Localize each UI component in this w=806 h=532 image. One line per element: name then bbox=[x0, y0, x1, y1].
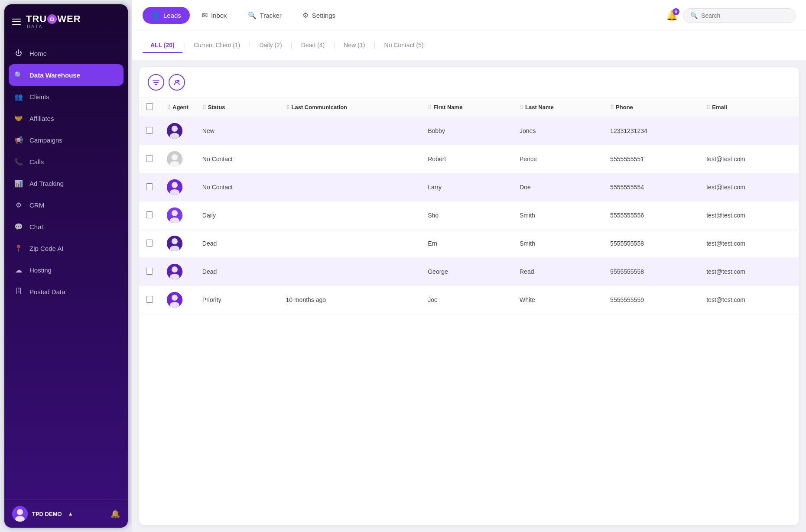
sidebar-item-home[interactable]: ⏻ Home bbox=[4, 42, 128, 64]
sidebar-item-label-zip-code-ai: Zip Code AI bbox=[29, 245, 63, 252]
last-name-cell: Pence bbox=[513, 145, 603, 173]
notification-badge: 0 bbox=[673, 8, 679, 15]
header-email-col: ⠿Email bbox=[699, 98, 799, 117]
row-checkbox[interactable] bbox=[146, 127, 153, 134]
header-last-name-col: ⠿Last Name bbox=[513, 98, 603, 117]
sidebar-item-crm[interactable]: ⚙ CRM bbox=[4, 194, 128, 216]
sidebar-nav: ⏻ Home 🔍 Data Warehouse 👥 Clients 🤝 Affi… bbox=[4, 37, 128, 500]
svg-point-14 bbox=[172, 210, 178, 216]
sidebar-item-affiliates[interactable]: 🤝 Affiliates bbox=[4, 107, 128, 129]
agent-cell bbox=[160, 145, 195, 173]
nav-icon-crm: ⚙ bbox=[14, 200, 23, 210]
first-name-cell: Robert bbox=[421, 145, 513, 173]
sidebar-item-posted-data[interactable]: 🗄 Posted Data bbox=[4, 281, 128, 302]
table-row[interactable]: No Contact Robert Pence 5555555551 test@… bbox=[139, 145, 799, 173]
leads-table: ⠿Agent ⠿Status ⠿Last Communication ⠿Firs… bbox=[139, 98, 799, 314]
grip-icon: ⠿ bbox=[202, 104, 205, 110]
filter-separator: | bbox=[373, 42, 376, 49]
row-checkbox-cell bbox=[139, 230, 160, 258]
sidebar-item-hosting[interactable]: ☁ Hosting bbox=[4, 259, 128, 281]
sidebar-item-label-chat: Chat bbox=[29, 223, 43, 230]
row-checkbox-cell bbox=[139, 117, 160, 145]
filter-tab-daily[interactable]: Daily (2) bbox=[251, 38, 289, 53]
filter-tab-dead[interactable]: Dead (4) bbox=[293, 38, 332, 53]
filter-tab-all[interactable]: ALL (20) bbox=[143, 38, 182, 53]
table-row[interactable]: Priority 10 months ago Joe White 5555555… bbox=[139, 286, 799, 314]
tab-icon-leads: 👤 bbox=[151, 11, 160, 19]
status-cell: Daily bbox=[195, 201, 279, 230]
col-phone-label: Phone bbox=[616, 104, 633, 110]
svg-point-11 bbox=[172, 182, 178, 188]
col-last-comm-label: Last Communication bbox=[292, 104, 348, 110]
sidebar-item-campaigns[interactable]: 📢 Campaigns bbox=[4, 129, 128, 151]
filter-tab-current-client[interactable]: Current Client (1) bbox=[186, 38, 248, 53]
row-checkbox-cell bbox=[139, 286, 160, 314]
first-name-cell: Ern bbox=[421, 230, 513, 258]
sidebar-item-data-warehouse[interactable]: 🔍 Data Warehouse bbox=[9, 64, 124, 86]
sidebar-item-label-clients: Clients bbox=[29, 93, 49, 101]
sidebar-item-clients[interactable]: 👥 Clients bbox=[4, 86, 128, 107]
agent-cell bbox=[160, 173, 195, 201]
table-row[interactable]: Dead George Read 5555555558 test@test.co… bbox=[139, 258, 799, 286]
table-body: New Bobby Jones 12331231234 No Contact R… bbox=[139, 117, 799, 314]
nav-icon-zip-code-ai: 📍 bbox=[14, 243, 23, 253]
sidebar-header: TRU ⏻ WER DATA bbox=[4, 4, 128, 37]
nav-tab-leads[interactable]: 👤Leads bbox=[143, 7, 190, 24]
nav-tab-tracker[interactable]: 🔍Tracker bbox=[239, 7, 290, 24]
table-row[interactable]: Daily Sho Smith 5555555556 test@test.com bbox=[139, 201, 799, 230]
table-toolbar bbox=[139, 67, 799, 98]
filter-tab-no-contact[interactable]: No Contact (5) bbox=[377, 38, 432, 53]
row-checkbox[interactable] bbox=[146, 296, 153, 303]
select-all-checkbox[interactable] bbox=[146, 103, 153, 110]
sidebar-item-chat[interactable]: 💬 Chat bbox=[4, 216, 128, 237]
user-info[interactable]: TPD DEMO ▲ bbox=[12, 506, 73, 522]
sidebar-item-label-hosting: Hosting bbox=[29, 266, 52, 274]
notification-button[interactable]: 🔔 0 bbox=[666, 10, 678, 21]
email-cell: test@test.com bbox=[699, 230, 799, 258]
nav-icon-clients: 👥 bbox=[14, 92, 23, 101]
row-checkbox-cell bbox=[139, 145, 160, 173]
sidebar-item-calls[interactable]: 📞 Calls bbox=[4, 151, 128, 172]
first-name-cell: Sho bbox=[421, 201, 513, 230]
row-checkbox[interactable] bbox=[146, 211, 153, 218]
agent-avatar bbox=[167, 264, 182, 279]
sidebar-item-label-crm: CRM bbox=[29, 201, 44, 209]
row-checkbox[interactable] bbox=[146, 268, 153, 275]
nav-tab-settings[interactable]: ⚙Settings bbox=[294, 7, 344, 24]
hamburger-menu[interactable] bbox=[12, 19, 21, 25]
sidebar-item-zip-code-ai[interactable]: 📍 Zip Code AI bbox=[4, 237, 128, 259]
agent-cell bbox=[160, 201, 195, 230]
filter-separator: | bbox=[290, 42, 293, 49]
email-cell: test@test.com bbox=[699, 201, 799, 230]
table-row[interactable]: No Contact Larry Doe 5555555554 test@tes… bbox=[139, 173, 799, 201]
filter-button[interactable] bbox=[148, 74, 164, 91]
email-cell: test@test.com bbox=[699, 286, 799, 314]
table-row[interactable]: New Bobby Jones 12331231234 bbox=[139, 117, 799, 145]
grip-icon: ⠿ bbox=[428, 104, 431, 110]
filter-separator: | bbox=[248, 42, 251, 49]
row-checkbox-cell bbox=[139, 173, 160, 201]
first-name-cell: Bobby bbox=[421, 117, 513, 145]
first-name-cell: Joe bbox=[421, 286, 513, 314]
row-checkbox[interactable] bbox=[146, 240, 153, 247]
notification-bell-sidebar[interactable]: 🔔 bbox=[110, 509, 120, 519]
logo-power-icon: ⏻ bbox=[47, 14, 57, 24]
row-checkbox[interactable] bbox=[146, 183, 153, 190]
status-cell: Dead bbox=[195, 230, 279, 258]
sidebar-item-label-home: Home bbox=[29, 50, 47, 57]
table-row[interactable]: Dead Ern Smith 5555555558 test@test.com bbox=[139, 230, 799, 258]
status-cell: New bbox=[195, 117, 279, 145]
add-user-button[interactable] bbox=[169, 74, 185, 91]
last-comm-cell bbox=[279, 117, 421, 145]
row-checkbox[interactable] bbox=[146, 155, 153, 162]
top-nav-right: 🔔 0 🔍 bbox=[666, 8, 796, 23]
grip-icon: ⠿ bbox=[706, 104, 709, 110]
sidebar-item-ad-tracking[interactable]: 📊 Ad Tracking bbox=[4, 172, 128, 194]
sidebar-item-label-calls: Calls bbox=[29, 158, 44, 165]
filter-tab-new[interactable]: New (1) bbox=[336, 38, 373, 53]
last-comm-cell bbox=[279, 201, 421, 230]
phone-cell: 5555555558 bbox=[603, 258, 699, 286]
top-nav: 👤Leads✉Inbox🔍Tracker⚙Settings 🔔 0 🔍 bbox=[132, 0, 806, 31]
nav-tab-inbox[interactable]: ✉Inbox bbox=[193, 7, 236, 24]
search-input[interactable] bbox=[701, 12, 788, 19]
